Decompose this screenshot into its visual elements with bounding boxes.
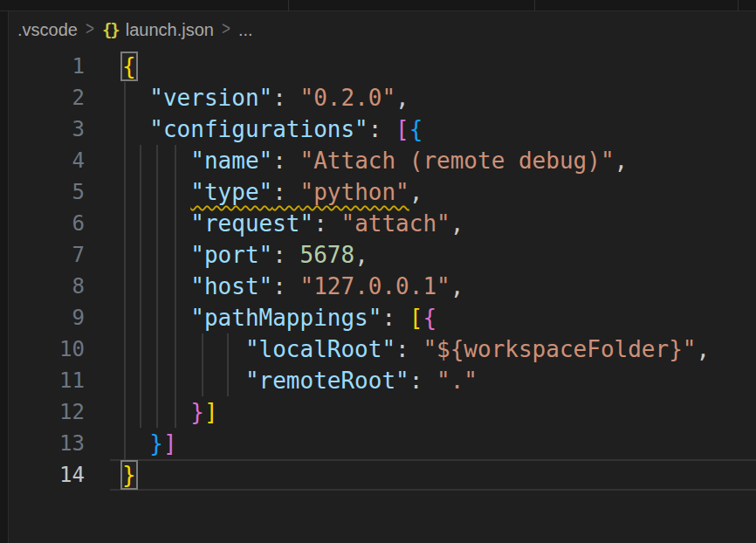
code-text[interactable]: "port": 5678, bbox=[122, 239, 368, 271]
code-line[interactable]: 6 "request": "attach", bbox=[0, 208, 756, 239]
code-text[interactable]: "localRoot": "${workspaceFolder}", bbox=[122, 333, 710, 365]
line-number[interactable]: 7 bbox=[0, 239, 85, 271]
warning-squiggle: "type" bbox=[190, 179, 272, 205]
code-line[interactable]: 14} bbox=[0, 459, 756, 491]
code-line[interactable]: 3 "configurations": [{ bbox=[0, 113, 756, 145]
code-text[interactable]: "version": "0.2.0", bbox=[122, 82, 409, 113]
code-text[interactable]: "name": "Attach (remote debug)", bbox=[122, 145, 628, 176]
code-line[interactable]: 2 "version": "0.2.0", bbox=[0, 82, 756, 113]
chevron-right-icon: > bbox=[86, 19, 94, 41]
code-line[interactable]: 13 }] bbox=[0, 428, 756, 459]
code-text[interactable]: { bbox=[122, 51, 136, 82]
bracket-match-highlight: { bbox=[122, 53, 136, 79]
bracket-match-highlight: } bbox=[122, 462, 136, 488]
code-text[interactable]: "host": "127.0.0.1", bbox=[122, 271, 464, 302]
tab-divider bbox=[738, 0, 739, 11]
line-number[interactable]: 3 bbox=[0, 113, 85, 145]
json-file-icon: {} bbox=[102, 20, 119, 39]
line-number[interactable]: 13 bbox=[0, 428, 85, 459]
code-text[interactable]: }] bbox=[122, 396, 218, 428]
line-number[interactable]: 8 bbox=[0, 271, 85, 302]
tab-bar bbox=[0, 0, 756, 11]
line-number[interactable]: 6 bbox=[0, 208, 85, 239]
line-number[interactable]: 1 bbox=[0, 51, 85, 82]
line-number[interactable]: 12 bbox=[0, 396, 85, 428]
line-number[interactable]: 5 bbox=[0, 176, 85, 208]
breadcrumb-symbol-more[interactable]: ... bbox=[238, 20, 253, 40]
code-line[interactable]: 4 "name": "Attach (remote debug)", bbox=[0, 145, 756, 176]
line-number[interactable]: 14 bbox=[0, 459, 85, 491]
chevron-right-icon: > bbox=[222, 19, 230, 41]
code-line[interactable]: 9 "pathMappings": [{ bbox=[0, 302, 756, 333]
code-text[interactable]: "type": "python", bbox=[122, 176, 423, 208]
line-number[interactable]: 10 bbox=[0, 333, 85, 365]
breadcrumb: .vscode > {} launch.json > ... bbox=[10, 14, 756, 45]
code-line[interactable]: 8 "host": "127.0.0.1", bbox=[0, 271, 756, 302]
line-number[interactable]: 2 bbox=[0, 82, 85, 113]
warning-squiggle: "python" bbox=[300, 179, 409, 205]
code-text[interactable]: "configurations": [{ bbox=[122, 113, 423, 145]
line-number[interactable]: 4 bbox=[0, 145, 85, 176]
warning-squiggle: : bbox=[272, 179, 299, 205]
code-text[interactable]: "remoteRoot": "." bbox=[122, 365, 478, 396]
code-line[interactable]: 11 "remoteRoot": "." bbox=[0, 365, 756, 396]
code-line[interactable]: 12 }] bbox=[0, 396, 756, 428]
code-line[interactable]: 10 "localRoot": "${workspaceFolder}", bbox=[0, 333, 756, 365]
code-line[interactable]: 5 "type": "python", bbox=[0, 176, 756, 208]
panel-left-edge bbox=[0, 0, 9, 543]
code-text[interactable]: } bbox=[122, 459, 136, 491]
code-line[interactable]: 1{ bbox=[0, 51, 756, 82]
code-editor[interactable]: 1{2 "version": "0.2.0",3 "configurations… bbox=[0, 51, 756, 491]
line-number[interactable]: 9 bbox=[0, 302, 85, 333]
code-text[interactable]: "request": "attach", bbox=[122, 208, 464, 239]
tab-divider bbox=[288, 0, 289, 11]
code-text[interactable]: }] bbox=[122, 428, 177, 459]
line-number[interactable]: 11 bbox=[0, 365, 85, 396]
code-line[interactable]: 7 "port": 5678, bbox=[0, 239, 756, 271]
current-line-highlight bbox=[110, 459, 756, 491]
tab-divider bbox=[534, 0, 535, 11]
code-text[interactable]: "pathMappings": [{ bbox=[122, 302, 436, 333]
breadcrumb-folder[interactable]: .vscode bbox=[17, 20, 78, 40]
breadcrumb-file[interactable]: launch.json bbox=[126, 20, 214, 40]
